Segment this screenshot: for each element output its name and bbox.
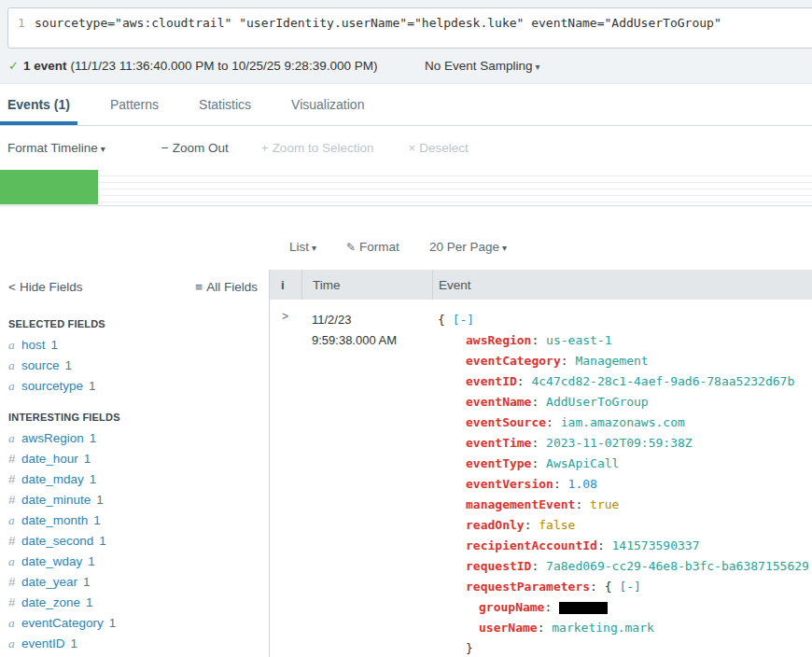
event-date: 11/2/23	[312, 310, 432, 330]
result-summary-bar: ✓ 1 event (11/1/23 11:36:40.000 PM to 10…	[0, 49, 812, 82]
json-value[interactable]: 7a8ed069-cc29-46e8-b3fc-ba6387155629	[546, 559, 809, 573]
json-key[interactable]: awsRegion	[466, 333, 531, 347]
tab-patterns[interactable]: Patterns	[103, 84, 166, 125]
field-link[interactable]: date_wday	[21, 554, 82, 568]
json-value[interactable]: us-east-1	[546, 333, 611, 347]
json-key[interactable]: requestID	[466, 559, 531, 573]
field-item-date_second[interactable]: #date_second1	[8, 531, 259, 552]
field-link[interactable]: date_hour	[21, 452, 78, 466]
field-item-date_year[interactable]: #date_year1	[8, 572, 259, 593]
json-key[interactable]: eventTime	[466, 436, 531, 450]
field-link[interactable]: eventCategory	[21, 616, 104, 630]
json-value[interactable]: marketing.mark	[552, 621, 654, 635]
json-key[interactable]: managementEvent	[466, 497, 575, 511]
field-link[interactable]: date_minute	[21, 493, 91, 507]
field-item-date_minute[interactable]: #date_minute1	[8, 490, 259, 510]
json-key[interactable]: eventSource	[466, 415, 546, 429]
field-count: 1	[89, 379, 96, 393]
list-view-dropdown[interactable]: List▾	[289, 240, 316, 254]
event-time: 9:59:38.000 AM	[312, 330, 432, 351]
json-line: eventType: AwsApiCall	[436, 454, 812, 474]
event-sampling-dropdown[interactable]: No Event Sampling▾	[425, 59, 540, 73]
field-type-icon: a	[8, 634, 21, 654]
field-type-icon: #	[8, 593, 21, 613]
field-link[interactable]: date_month	[21, 513, 88, 527]
field-item-date_month[interactable]: adate_month1	[8, 510, 259, 531]
field-type-icon: #	[8, 469, 21, 490]
json-value[interactable]: 141573590337	[612, 538, 700, 552]
field-item-source[interactable]: asource1	[8, 356, 259, 376]
format-timeline-dropdown[interactable]: Format Timeline▾	[7, 141, 105, 155]
json-key[interactable]: eventName	[466, 395, 531, 409]
json-key[interactable]: groupName	[479, 600, 544, 614]
field-item-date_hour[interactable]: #date_hour1	[8, 449, 259, 469]
json-value[interactable]: iam.amazonaws.com	[561, 415, 685, 429]
hide-fields-button[interactable]: <Hide Fields	[8, 280, 82, 294]
json-colon: :	[531, 559, 546, 573]
json-key[interactable]: recipientAccountId	[466, 538, 597, 552]
json-collapse-toggle[interactable]: [-]	[453, 313, 474, 327]
json-value[interactable]: 1.08	[568, 477, 597, 491]
json-key[interactable]: userName	[479, 621, 538, 635]
field-item-eventCategory[interactable]: aeventCategory1	[8, 613, 259, 634]
field-link[interactable]: date_mday	[21, 472, 84, 486]
field-link[interactable]: source	[21, 358, 60, 372]
tab-statistics[interactable]: Statistics	[191, 84, 259, 125]
json-colon: :	[544, 600, 559, 614]
field-item-date_zone[interactable]: #date_zone1	[8, 593, 259, 613]
json-key[interactable]: eventCategory	[466, 354, 561, 368]
field-link[interactable]: date_zone	[21, 595, 80, 609]
timeline-histogram-bar[interactable]	[0, 170, 98, 204]
json-value[interactable]: true	[590, 497, 619, 511]
json-key[interactable]: eventVersion	[466, 477, 553, 491]
search-bar[interactable]: 1 sourcetype="aws:cloudtrail" "userIdent…	[7, 7, 812, 49]
field-item-awsRegion[interactable]: aawsRegion1	[8, 428, 259, 449]
fields-sidebar-header: <Hide Fields ≡All Fields	[0, 270, 269, 303]
all-fields-button[interactable]: ≡All Fields	[195, 280, 258, 294]
format-button[interactable]: ✎Format	[346, 240, 399, 254]
json-open-brace: {	[438, 313, 453, 327]
json-key[interactable]: readOnly	[466, 518, 525, 532]
field-link[interactable]: date_second	[21, 534, 93, 548]
tab-events[interactable]: Events (1)	[0, 84, 77, 125]
field-link[interactable]: sourcetype	[21, 379, 83, 393]
json-key[interactable]: requestParameters	[466, 580, 590, 594]
time-range: (11/1/23 11:36:40.000 PM to 10/25/25 9:2…	[70, 59, 377, 73]
json-value[interactable]: AwsApiCall	[546, 456, 619, 470]
field-link[interactable]: awsRegion	[21, 431, 84, 445]
json-line: { [-]	[436, 310, 812, 330]
zoom-out-button[interactable]: −Zoom Out	[161, 141, 229, 155]
tab-visualization[interactable]: Visualization	[284, 84, 371, 125]
json-colon: :	[553, 477, 568, 491]
json-key[interactable]: eventType	[466, 456, 531, 470]
field-item-eventID[interactable]: aeventID1	[8, 634, 259, 654]
json-value[interactable]: 4c47cd82-28c1-4aef-9ad6-78aa5232d67b	[531, 374, 794, 388]
field-item-date_wday[interactable]: adate_wday1	[8, 552, 259, 572]
column-header-time: Time	[301, 270, 432, 300]
event-timeline-chart[interactable]	[0, 170, 812, 206]
json-value[interactable]: 2023-11-02T09:59:38Z	[546, 436, 693, 450]
json-value[interactable]: false	[539, 518, 575, 532]
field-item-sourcetype[interactable]: asourcetype1	[8, 376, 259, 397]
expand-event-chevron[interactable]: >	[270, 310, 301, 657]
field-type-icon: a	[8, 613, 21, 634]
json-collapse-toggle[interactable]: [-]	[619, 580, 640, 594]
pencil-icon: ✎	[346, 241, 356, 254]
field-count: 1	[71, 636, 78, 650]
field-count: 1	[86, 595, 93, 609]
json-key[interactable]: eventID	[466, 374, 517, 388]
json-value[interactable]: AddUserToGroup	[546, 395, 649, 409]
field-link[interactable]: host	[21, 338, 46, 352]
json-line: eventName: AddUserToGroup	[436, 392, 812, 412]
field-type-icon: a	[8, 335, 21, 356]
field-link[interactable]: eventID	[21, 636, 65, 650]
field-link[interactable]: date_year	[21, 575, 77, 589]
field-count: 1	[109, 616, 117, 630]
json-value[interactable]: Management	[575, 354, 648, 368]
field-item-host[interactable]: ahost1	[8, 335, 259, 356]
search-query-input[interactable]: sourcetype="aws:cloudtrail" "userIdentit…	[35, 16, 721, 30]
field-item-date_mday[interactable]: #date_mday1	[8, 469, 259, 490]
results-area: <Hide Fields ≡All Fields SELECTED FIELDS…	[0, 270, 812, 657]
per-page-dropdown[interactable]: 20 Per Page▾	[429, 240, 507, 254]
search-header: 1 sourcetype="aws:cloudtrail" "userIdent…	[0, 0, 812, 84]
